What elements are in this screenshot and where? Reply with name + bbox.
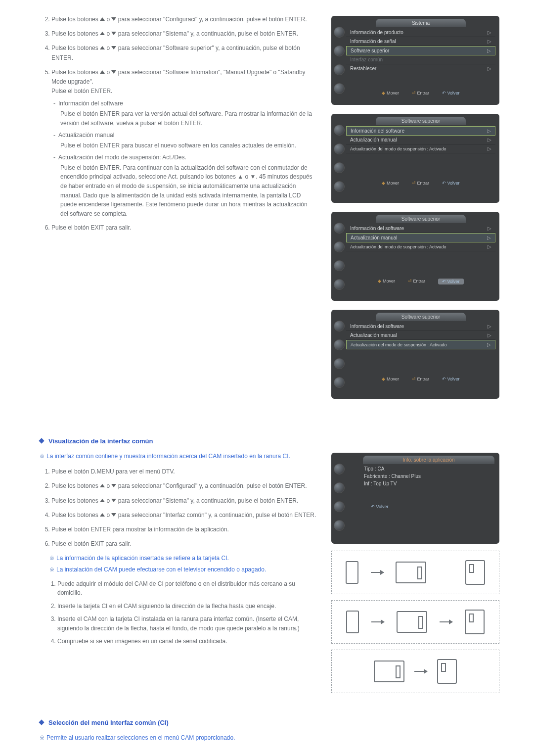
down-arrow-icon bbox=[111, 513, 116, 517]
up-arrow-icon bbox=[100, 70, 105, 74]
cam-step-2: Inserte la tarjeta CI en el CAM siguiend… bbox=[57, 602, 316, 611]
down-arrow-icon bbox=[111, 70, 116, 74]
cam-step-4: Compruebe si se ven imágenes en un canal… bbox=[57, 637, 316, 646]
up-arrow-icon bbox=[100, 17, 105, 21]
step-3: Pulse los botones o para seleccionar "Si… bbox=[51, 29, 316, 39]
note-cam: ※La interfaz común contiene y muestra in… bbox=[40, 452, 316, 461]
osd-cam-info: Info. sobre la aplicación Tipo : CA Fabr… bbox=[331, 453, 499, 544]
up-arrow-icon bbox=[100, 513, 105, 517]
down-arrow-icon bbox=[111, 499, 116, 502]
down-arrow-icon bbox=[111, 17, 116, 21]
heading-menu-ci: Selección del menú Interfaz común (CI) bbox=[40, 719, 504, 726]
ci-step-4: Pulse los botones o para seleccionar "In… bbox=[51, 511, 316, 520]
osd-sistema: Sistema Información de producto▷ Informa… bbox=[331, 16, 499, 105]
ci-step-3: Pulse los botones o para seleccionar "Si… bbox=[51, 496, 316, 506]
insert-diagram-3 bbox=[331, 650, 499, 693]
instruction-text: Pulse los botones o para seleccionar "Co… bbox=[40, 15, 316, 408]
up-arrow-icon bbox=[100, 484, 105, 487]
osd-software-3: Software superior Información del softwa… bbox=[331, 310, 499, 399]
step-2: Pulse los botones o para seleccionar "Co… bbox=[51, 15, 316, 24]
ci-note-1: ※La información de la aplicación inserta… bbox=[49, 554, 316, 563]
step-6: Pulse el botón EXIT para salir. bbox=[51, 223, 316, 233]
cam-step-1: Puede adquirir el módulo del CAM de CI p… bbox=[57, 579, 316, 598]
ci-note-2: ※La instalación del CAM puede efectuarse… bbox=[49, 565, 316, 574]
down-arrow-icon bbox=[111, 32, 116, 35]
up-arrow-icon bbox=[100, 499, 105, 502]
ci-step-5: Pulse el botón ENTER para mostrar la inf… bbox=[51, 525, 316, 534]
down-arrow-icon bbox=[111, 484, 116, 487]
osd-software-2: Software superior Información del softwa… bbox=[331, 212, 499, 301]
insert-diagram-1 bbox=[331, 551, 499, 594]
osd-software-1: Software superior Información del softwa… bbox=[331, 114, 499, 203]
note-menu-ci: ※Permite al usuario realizar selecciones… bbox=[40, 733, 504, 743]
cam-step-3: Inserte el CAM con la tarjeta CI instala… bbox=[57, 614, 316, 633]
heading-interfaz-comun: Visualización de la interfaz común bbox=[40, 437, 504, 445]
insert-diagram-2 bbox=[331, 600, 499, 644]
up-arrow-icon bbox=[100, 32, 105, 35]
down-arrow-icon bbox=[111, 46, 116, 49]
ci-step-6: Pulse el botón EXIT para salir. bbox=[51, 539, 316, 549]
step-4: Pulse los botones o para seleccionar "So… bbox=[51, 44, 316, 62]
osd-screenshots: Sistema Información de producto▷ Informa… bbox=[331, 15, 499, 408]
ci-step-2: Pulse los botones o para seleccionar "Co… bbox=[51, 481, 316, 491]
step-5: Pulse los botones o para seleccionar "So… bbox=[51, 68, 316, 219]
ci-step-1: Pulse el botón D.MENU para ver el menú D… bbox=[51, 467, 316, 476]
up-arrow-icon bbox=[100, 46, 105, 49]
